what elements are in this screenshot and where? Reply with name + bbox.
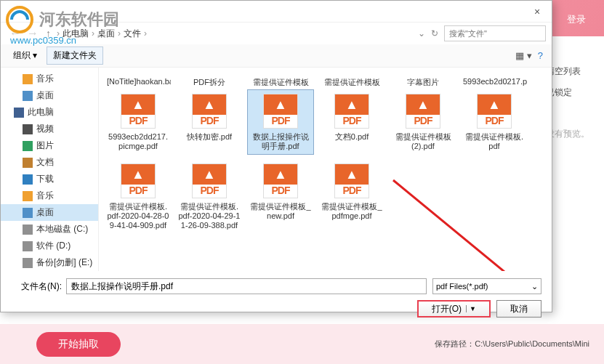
tree-label: 文档 — [36, 156, 54, 169]
file-name-label: 需提供证件模板.pdf — [463, 132, 526, 151]
tree-label: 图片 — [36, 139, 54, 152]
tree-item[interactable]: 文档 — [1, 154, 98, 171]
dialog-navbar: ← → ↑ › 此电脑 › 桌面 › 文件 › ⌄ ↻ — [1, 23, 552, 44]
file-item[interactable]: ▲PDF需提供证件模板.pdf — [461, 89, 528, 155]
breadcrumb[interactable]: › 此电脑 › 桌面 › 文件 › — [55, 28, 418, 40]
file-item[interactable]: 需提供证件模板 — [318, 73, 385, 86]
file-name-label: 需提供证件模板.pdf-2020-04-28-09-41-04-909.pdf — [107, 202, 169, 230]
save-path-display: 保存路径：C:\Users\Public\Documents\Mini — [435, 339, 589, 349]
file-name-label: 5993ecb2dd217.picmge.pdf — [107, 132, 169, 151]
folder-icon — [23, 91, 33, 101]
file-item[interactable]: 字幕图片 — [390, 73, 456, 86]
dialog-footer: 文件名(N): pdf Files(*.pdf)⌄ 打开(O)▼ 取消 — [1, 271, 552, 325]
folder-icon — [23, 208, 33, 218]
folder-icon — [23, 141, 33, 151]
tree-item[interactable]: 此电脑 — [1, 104, 98, 121]
tree-label: 下载 — [36, 173, 54, 185]
pdf-file-icon: ▲PDF — [330, 163, 374, 199]
file-item[interactable]: [NoTitle]haokan.baidu.com_v_vid=8789341 — [105, 73, 172, 86]
pdf-file-icon: ▲PDF — [188, 93, 231, 129]
nav-back-icon[interactable]: ← — [9, 27, 21, 40]
file-name-label: 快转加密.pdf — [178, 132, 241, 142]
tree-item[interactable]: 音乐 — [1, 70, 98, 87]
path-dropdown-icon[interactable]: ⌄ — [418, 28, 425, 39]
file-item[interactable]: ▲PDF需提供证件模板(2).pdf — [390, 89, 456, 155]
folder-icon — [23, 74, 33, 84]
tree-item[interactable]: 下载 — [1, 171, 98, 187]
close-button[interactable]: × — [523, 6, 552, 17]
file-item[interactable]: ▲PDF快转加密.pdf — [176, 89, 243, 155]
tree-item[interactable]: 桌面 — [1, 87, 98, 104]
login-link[interactable]: 登录 — [567, 13, 586, 26]
organize-button[interactable]: 组织 ▾ — [7, 46, 44, 65]
file-name-label: 需提供证件模板_new.pdf — [249, 202, 312, 221]
folder-icon — [23, 225, 33, 235]
pdf-file-icon: ▲PDF — [472, 93, 516, 129]
filename-label: 文件名(N): — [11, 280, 62, 293]
folder-icon — [14, 108, 24, 118]
file-item[interactable]: ▲PDF需提供证件模板_pdfmge.pdf — [318, 159, 385, 234]
folder-icon — [23, 191, 33, 201]
file-item[interactable]: ▲PDF5993ecb2dd217.picmge.pdf — [105, 89, 172, 155]
file-item[interactable]: ▲PDF需提供证件模板.pdf-2020-04-28-09-41-04-909.… — [105, 159, 172, 234]
nav-forward-icon[interactable]: → — [27, 27, 39, 40]
folder-icon — [23, 174, 33, 185]
tree-label: 桌面 — [36, 206, 54, 219]
tree-item[interactable]: 备份[勿删] (E:) — [1, 254, 98, 271]
file-item[interactable]: ▲PDF需提供证件模板.pdf-2020-04-29-11-26-09-388.… — [176, 159, 243, 234]
file-name-label: 数据上报操作说明手册.pdf — [249, 132, 312, 151]
tree-item[interactable]: 本地磁盘 (C:) — [1, 221, 98, 238]
file-item[interactable]: ▲PDF数据上报操作说明手册.pdf — [247, 89, 314, 155]
filename-input[interactable] — [66, 278, 427, 294]
file-name-label: 需提供证件模板.pdf-2020-04-29-11-26-09-388.pdf — [178, 202, 241, 230]
locked-label: 已锁定 — [546, 86, 589, 99]
folder-icon — [23, 258, 33, 268]
dialog-titlebar: × — [1, 1, 552, 23]
tree-label: 音乐 — [36, 73, 54, 85]
file-item[interactable]: ▲PDF文档0.pdf — [318, 89, 385, 155]
folder-icon — [23, 158, 33, 168]
tree-label: 桌面 — [36, 89, 54, 102]
open-dropdown-icon[interactable]: ▼ — [466, 305, 476, 312]
pdf-file-icon: ▲PDF — [259, 163, 302, 199]
file-item[interactable]: 需提供证件模板(1) — [247, 73, 314, 86]
file-item[interactable]: ▲PDF需提供证件模板_new.pdf — [247, 159, 314, 234]
file-list: [NoTitle]haokan.baidu.com_v_vid=8789341P… — [99, 68, 552, 271]
view-mode-icon[interactable]: ▦ ▾ — [515, 50, 532, 61]
file-item[interactable]: PDF拆分 — [176, 73, 243, 86]
pdf-file-icon: ▲PDF — [259, 93, 302, 129]
tree-item[interactable]: 桌面 — [1, 204, 98, 221]
start-extract-button[interactable]: 开始抽取 — [36, 332, 121, 357]
no-preview-label: 没有预览。 — [546, 128, 589, 140]
search-input[interactable] — [444, 25, 546, 41]
folder-icon — [23, 241, 33, 251]
tree-label: 备份[勿删] (E:) — [36, 256, 92, 269]
help-icon[interactable]: ? — [538, 50, 543, 61]
open-button[interactable]: 打开(O)▼ — [417, 300, 491, 318]
tree-label: 音乐 — [36, 190, 54, 202]
pdf-file-icon: ▲PDF — [116, 93, 160, 129]
filetype-filter[interactable]: pdf Files(*.pdf)⌄ — [432, 278, 541, 294]
app-footer: 开始抽取 保存路径：C:\Users\Public\Documents\Mini — [0, 324, 604, 364]
tree-label: 视频 — [36, 123, 54, 135]
file-open-dialog: × ← → ↑ › 此电脑 › 桌面 › 文件 › ⌄ ↻ 组织 ▾ 新建文件夹… — [0, 0, 552, 312]
refresh-icon[interactable]: ↻ — [431, 28, 438, 39]
clear-list-link[interactable]: 清空列表 — [546, 65, 589, 78]
folder-tree: 音乐桌面此电脑视频图片文档下载音乐桌面本地磁盘 (C:)软件 (D:)备份[勿删… — [1, 68, 99, 271]
tree-item[interactable]: 软件 (D:) — [1, 238, 98, 254]
dialog-toolbar: 组织 ▾ 新建文件夹 ▦ ▾ ? — [1, 44, 552, 68]
file-name-label: 需提供证件模板(2).pdf — [392, 132, 454, 151]
pdf-file-icon: ▲PDF — [401, 93, 445, 129]
cancel-button[interactable]: 取消 — [496, 300, 541, 318]
tree-label: 软件 (D:) — [36, 240, 71, 252]
tree-item[interactable]: 音乐 — [1, 187, 98, 204]
tree-item[interactable]: 视频 — [1, 121, 98, 137]
new-folder-button[interactable]: 新建文件夹 — [47, 46, 103, 65]
tree-label: 此电脑 — [28, 106, 54, 118]
tree-item[interactable]: 图片 — [1, 137, 98, 154]
pdf-file-icon: ▲PDF — [116, 163, 160, 199]
nav-up-icon[interactable]: ↑ — [46, 28, 51, 39]
file-item[interactable]: 5993ecb2d0217.pdf — [461, 73, 528, 86]
pdf-file-icon: ▲PDF — [188, 163, 231, 199]
file-name-label: 文档0.pdf — [321, 132, 383, 142]
